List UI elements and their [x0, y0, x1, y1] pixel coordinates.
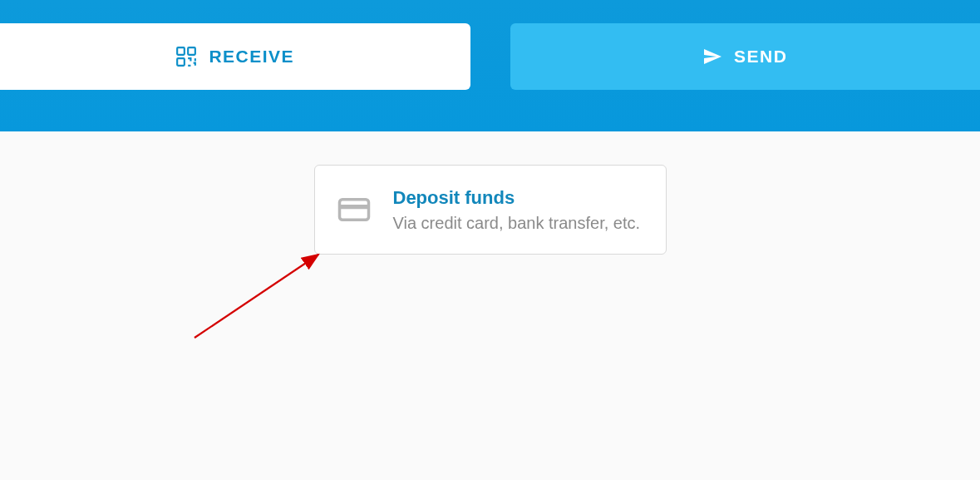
tab-send-label: SEND: [734, 47, 787, 67]
svg-rect-0: [178, 47, 185, 55]
annotation-arrow: [190, 246, 339, 354]
svg-rect-1: [189, 47, 196, 55]
qr-code-icon: [175, 46, 197, 67]
send-icon: [702, 47, 722, 67]
deposit-card-text: Deposit funds Via credit card, bank tran…: [393, 187, 641, 233]
tab-receive-label: RECEIVE: [209, 47, 294, 67]
tabs-container: RECEIVE SEND: [0, 23, 980, 90]
svg-line-6: [195, 255, 318, 338]
content-area: Deposit funds Via credit card, bank tran…: [0, 131, 980, 255]
deposit-funds-card[interactable]: Deposit funds Via credit card, bank tran…: [314, 165, 667, 255]
deposit-card-subtitle: Via credit card, bank transfer, etc.: [393, 214, 641, 233]
header-bar: RECEIVE SEND: [0, 0, 980, 131]
credit-card-icon: [337, 192, 372, 227]
tab-receive[interactable]: RECEIVE: [0, 23, 470, 90]
svg-rect-2: [178, 58, 185, 66]
tab-send[interactable]: SEND: [510, 23, 981, 90]
svg-rect-3: [339, 200, 368, 220]
deposit-card-title: Deposit funds: [393, 187, 641, 209]
